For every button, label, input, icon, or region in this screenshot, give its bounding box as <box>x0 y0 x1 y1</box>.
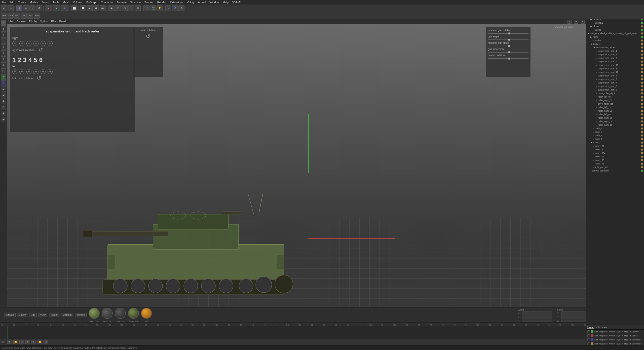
left-tool-2[interactable]: ⊡ <box>1 50 6 56</box>
cp-circle-6[interactable] <box>48 41 53 46</box>
viewport-menu-panel[interactable]: Panel <box>59 20 66 23</box>
menu-item-3dtoai[interactable]: 3DToAI <box>232 1 241 4</box>
tree-item-13[interactable]: •suspension_part_9 <box>586 60 644 63</box>
transport-go-end[interactable]: ⏭ <box>44 340 48 344</box>
layer-tab-view[interactable]: View <box>602 326 607 329</box>
toolbar-y[interactable]: Y <box>53 5 60 11</box>
mat-ball-body[interactable] <box>89 308 100 319</box>
menu-item-mograph[interactable]: MoGraph <box>86 1 97 4</box>
cp-circle-4[interactable] <box>33 41 39 46</box>
tree-item-22[interactable]: •drive_roller_right <box>586 92 644 95</box>
toolbar-undo[interactable]: ↩ <box>1 5 7 11</box>
toolbar-object-mode[interactable]: ◉ <box>108 5 115 11</box>
tree-item-14[interactable]: •suspension_part_10 <box>586 63 644 67</box>
tree-item-12[interactable]: •suspension_part_8 <box>586 56 644 60</box>
cp-circle-2[interactable] <box>19 41 24 46</box>
tree-item-17[interactable]: •suspension_part_6 <box>586 74 644 77</box>
tree-item-32[interactable]: •body_1 <box>586 127 644 130</box>
cp-circle-7[interactable] <box>12 69 17 74</box>
layer-check-0[interactable] <box>587 330 590 333</box>
cp-circle-11[interactable] <box>41 69 46 74</box>
tree-item-37[interactable]: •tower_02 <box>586 144 644 148</box>
viewport-canvas[interactable]: Perspective Default Camera* <box>7 24 586 322</box>
toolbar-render-view[interactable]: ▶ <box>87 5 93 11</box>
menu-item-modes[interactable]: Modes <box>30 1 38 4</box>
toolbar-x[interactable]: X <box>45 5 52 11</box>
toolbar-poly-mode[interactable]: ⬡ <box>115 5 121 11</box>
mat-create-btn[interactable]: Create <box>5 313 16 317</box>
cp-circle-9[interactable] <box>26 69 31 74</box>
menu-item-character[interactable]: Character <box>101 1 113 4</box>
menu-item-mesh[interactable]: Mesh <box>63 1 69 4</box>
mat-view-btn[interactable]: View <box>38 313 47 317</box>
left-tool-rotate[interactable]: ↺ <box>1 32 6 38</box>
tree-item-23[interactable]: •roller_left_07 <box>586 95 644 99</box>
left-tool-s2[interactable]: S <box>1 80 6 86</box>
menu-item-extensions[interactable]: Extensions <box>170 1 183 4</box>
toolbar-vray-1[interactable]: V <box>165 5 171 11</box>
tree-item-29[interactable]: •roller_right_06 <box>586 116 644 120</box>
menu-item-help[interactable]: Help <box>223 1 229 4</box>
toolbar2-options[interactable]: Opt <box>21 13 27 19</box>
toolbar-uv-mode[interactable]: ⊞ <box>135 5 141 11</box>
cp-circle-1[interactable] <box>12 41 17 46</box>
tree-item-38[interactable]: •tower_2 <box>586 148 644 151</box>
tree-item-28[interactable]: •roller_left_08 <box>586 113 644 116</box>
toolbar-edge-mode[interactable]: ⬡ <box>122 5 128 11</box>
tree-item-33[interactable]: •body_4 <box>586 130 644 134</box>
mat-select-btn[interactable]: Select <box>49 313 59 317</box>
left-tool-edge[interactable]: ⬟ <box>1 99 6 104</box>
layer-tab-layers[interactable]: Layers <box>587 326 594 329</box>
tree-item-30[interactable]: •roller_right_09 <box>586 120 644 123</box>
tree-item-24[interactable]: •roller_right_07 <box>586 99 644 102</box>
tree-item-43[interactable]: •light_gun_01 <box>586 165 644 169</box>
viewport-menu-filter[interactable]: Filter <box>51 20 57 23</box>
cp-circle-12[interactable] <box>48 69 53 74</box>
tree-item-16[interactable]: •suspension_part_12 <box>586 70 644 74</box>
left-tool-scale[interactable]: ⤢ <box>1 38 6 44</box>
toolbar-move[interactable]: ✥ <box>23 5 29 11</box>
tree-item-10[interactable]: •suspension_part_1 <box>586 49 644 53</box>
coord-y-input[interactable] <box>522 316 552 319</box>
tree-item-18[interactable]: •suspension_part_5 <box>586 77 644 81</box>
machine-gun-angle-slider[interactable] <box>488 46 528 46</box>
left-tool-move[interactable]: ✥ <box>1 26 6 32</box>
menu-item-vray[interactable]: V-Ray <box>187 1 195 4</box>
tree-item-21[interactable]: •suspension_part_2 <box>586 88 644 92</box>
menu-item-arnold[interactable]: Arnold <box>198 1 206 4</box>
menu-item-simulate[interactable]: Simulate <box>130 1 141 4</box>
mat-edit-btn[interactable]: Edit <box>29 313 37 317</box>
mat-ball-super[interactable] <box>115 308 126 319</box>
left-tool-poly[interactable]: ◈ <box>1 86 6 92</box>
cp-arrow-left[interactable]: ↺ <box>37 75 41 81</box>
toolbar-redo[interactable]: ↪ <box>8 5 14 11</box>
cp-circle-3[interactable] <box>26 41 31 46</box>
mat-texture-btn[interactable]: Texture <box>75 313 87 317</box>
tree-item-25[interactable]: •drive_roller_left <box>586 102 644 106</box>
layer-item-1[interactable]: Self_Propelled_Artillery_System_Rigged_B… <box>586 334 644 338</box>
toolbar2-panel[interactable]: Pan <box>34 13 40 19</box>
tree-item-35[interactable]: •body_8 <box>586 137 644 141</box>
viewport-close[interactable]: ✕ <box>581 20 585 24</box>
viewport-menu-view[interactable]: View <box>9 20 14 23</box>
toolbar-render-pip[interactable]: ⏺ <box>93 5 99 11</box>
toolbar-render-region[interactable]: 🔲 <box>80 5 86 11</box>
layer-check-2[interactable] <box>587 338 590 341</box>
tree-item-42[interactable]: •hatch_01 <box>586 162 644 165</box>
tree-item-31[interactable]: •roller_right_10 <box>586 123 644 127</box>
tree-item-41[interactable]: •tower_03 <box>586 158 644 162</box>
gun-angle-slider[interactable] <box>488 39 528 40</box>
cp-arrow-right[interactable]: ↺ <box>39 47 43 53</box>
gun-movement-slider[interactable] <box>488 52 528 53</box>
tree-item-19[interactable]: •suspension_part_4 <box>586 81 644 84</box>
tree-item-5[interactable]: ▼Self_Propelled_Artillery_System_Rigged_… <box>586 32 644 35</box>
layer-item-2[interactable]: Self_Propelled_Artillery_System_Rigged_C… <box>586 338 644 342</box>
menu-item-select[interactable]: Select <box>42 1 49 4</box>
tree-item-44[interactable]: •control_controller <box>586 169 644 172</box>
toolbar2-cameras[interactable]: Cam <box>8 13 14 19</box>
left-tool-spline[interactable]: ◉ <box>1 93 6 98</box>
tree-item-20[interactable]: •suspension_part_3 <box>586 84 644 88</box>
left-tool-1[interactable]: ⊞ <box>1 44 6 50</box>
left-tool-s1[interactable]: S <box>1 74 6 80</box>
transport-play[interactable]: ▶ <box>31 340 36 344</box>
